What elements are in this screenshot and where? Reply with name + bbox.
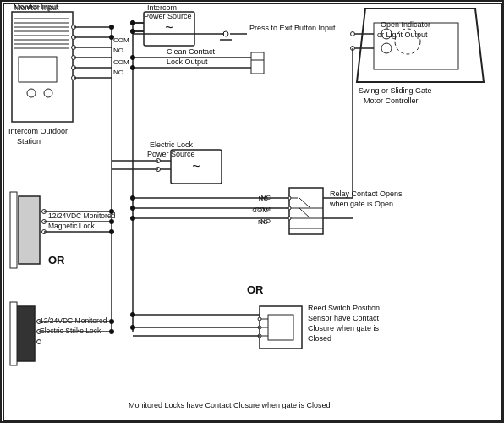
svg-text:Intercom: Intercom [147,3,177,12]
svg-text:12/24VDC Monitored: 12/24VDC Monitored [48,212,116,220]
svg-point-79 [130,325,135,330]
svg-text:Clean Contact: Clean Contact [167,47,216,56]
svg-point-72 [258,317,261,321]
svg-rect-86 [10,302,17,365]
svg-text:Sensor have Contact: Sensor have Contact [308,314,380,322]
svg-point-66 [130,216,135,221]
svg-point-12 [27,89,36,97]
svg-point-13 [44,89,52,97]
svg-text:Closed: Closed [308,334,331,343]
svg-point-153 [109,329,114,334]
svg-rect-106 [251,52,264,74]
svg-point-93 [381,43,392,53]
svg-rect-11 [19,57,57,82]
svg-point-147 [109,209,114,214]
svg-point-104 [130,55,135,60]
svg-text:Closure when gate is: Closure when gate is [308,324,380,332]
svg-text:Swing or Sliding Gate: Swing or Sliding Gate [359,86,432,95]
svg-text:COM: COM [113,58,129,66]
svg-point-148 [109,219,114,224]
wiring-diagram: Monitor Input ~ COM NO COM NC ~ [0,0,504,423]
svg-text:when gate is Open: when gate is Open [329,200,393,208]
svg-text:COM: COM [113,36,129,44]
svg-point-105 [130,65,135,70]
svg-text:Relay Contact Opens: Relay Contact Opens [330,190,403,198]
svg-point-154 [109,25,114,30]
svg-rect-48 [289,188,323,234]
svg-text:Magnetic Lock: Magnetic Lock [48,222,96,230]
svg-point-78 [130,312,135,317]
svg-rect-81 [10,192,17,268]
svg-text:Press to Exit Button Input: Press to Exit Button Input [249,24,336,32]
svg-point-155 [109,35,114,40]
svg-text:COM: COM [252,206,268,214]
svg-text:NO: NO [113,47,123,54]
svg-text:Open Indicator: Open Indicator [381,20,430,29]
svg-text:OR: OR [48,254,65,266]
svg-point-97 [351,32,355,36]
svg-point-152 [109,319,114,324]
svg-text:Intercom Outdoor: Intercom Outdoor [8,127,68,135]
svg-point-112 [130,20,135,25]
svg-text:or Light Output: or Light Output [377,30,428,39]
svg-point-149 [109,229,114,234]
svg-rect-80 [19,196,40,264]
svg-text:Power Source: Power Source [144,12,192,20]
svg-text:NC: NC [113,69,123,76]
svg-text:Motor Controller: Motor Controller [364,96,419,105]
svg-text:12/24VDC Monitored: 12/24VDC Monitored [40,316,107,325]
svg-text:Monitored Locks have Contact C: Monitored Locks have Contact Closure whe… [129,401,331,409]
svg-text:OR: OR [247,283,264,296]
svg-point-65 [130,206,135,211]
svg-text:Lock Output: Lock Output [167,58,208,66]
svg-text:~: ~ [165,20,173,35]
svg-text:NC: NC [258,195,268,202]
svg-text:Station: Station [17,137,41,146]
svg-rect-68 [268,315,293,340]
svg-text:Monitor Input: Monitor Input [14,3,58,11]
svg-point-113 [130,29,135,34]
svg-point-64 [130,195,135,201]
svg-text:NO: NO [258,218,268,226]
svg-text:Electric Strike Lock: Electric Strike Lock [40,327,101,335]
svg-text:Reed Switch Position: Reed Switch Position [308,304,380,312]
svg-text:Power Source: Power Source [147,150,195,158]
svg-point-89 [37,340,41,344]
svg-text:~: ~ [192,159,200,173]
svg-text:Electric Lock: Electric Lock [150,140,194,149]
